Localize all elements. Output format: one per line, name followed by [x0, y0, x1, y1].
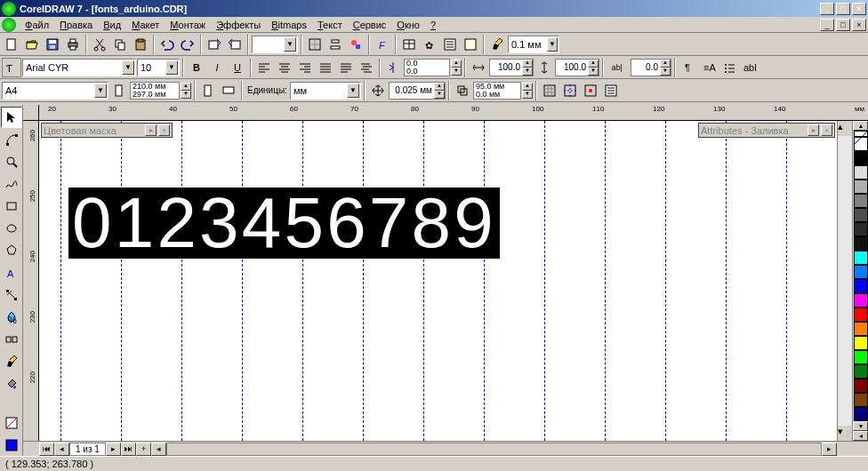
undo-button[interactable] — [157, 35, 177, 54]
nonprint-button[interactable]: ¶ — [679, 58, 698, 77]
swatch[interactable] — [854, 364, 868, 379]
redo-button[interactable] — [178, 35, 197, 54]
snap-grid-button[interactable] — [581, 81, 600, 100]
swatch[interactable] — [854, 180, 868, 194]
portrait-button[interactable] — [198, 81, 218, 100]
menu-?[interactable]: ? — [425, 18, 441, 32]
color-mask-docker[interactable]: Цветовая маска ▸ × — [41, 123, 173, 138]
outline-pen-icon[interactable] — [487, 35, 507, 54]
vscrollbar[interactable]: ▴ ▾ — [837, 121, 852, 441]
no-fill-indicator[interactable] — [1, 412, 22, 434]
paper-combo[interactable]: ▼ — [2, 82, 108, 100]
underline-button[interactable]: U — [228, 58, 247, 77]
vscale-field[interactable]: ▲▼ — [555, 59, 599, 76]
hscrollbar[interactable] — [166, 443, 822, 456]
page-next-button[interactable]: ▸ — [106, 443, 121, 456]
palette-expand-button[interactable]: ◂ — [853, 431, 868, 441]
save-button[interactable] — [43, 35, 62, 54]
dropcap-button[interactable]: ≡A — [699, 58, 719, 77]
bullets-button[interactable] — [719, 58, 739, 77]
swatch[interactable] — [854, 307, 868, 322]
minimize-button[interactable]: _ — [820, 3, 834, 15]
swatch[interactable] — [854, 265, 868, 279]
scroll-up-button[interactable]: ▴ — [838, 121, 852, 136]
shape-tool[interactable] — [1, 129, 22, 150]
docker-menu-icon[interactable]: ▸ — [808, 124, 819, 136]
edit-text-button[interactable]: abl — [740, 58, 760, 77]
docker-menu-icon[interactable]: ▸ — [145, 124, 157, 136]
page-last-button[interactable]: ⏭ — [121, 443, 136, 456]
fill-tool[interactable] — [1, 373, 22, 395]
menu-сервис[interactable]: Сервис — [348, 18, 392, 32]
palette-up-button[interactable]: ▴ — [853, 121, 868, 131]
menu-вид[interactable]: Вид — [98, 18, 126, 32]
text-format-button[interactable]: F — [373, 35, 392, 54]
swatch[interactable] — [854, 251, 868, 265]
polygon-tool[interactable] — [1, 240, 22, 261]
transparency-tool[interactable]: % — [1, 307, 22, 328]
menu-правка[interactable]: Правка — [54, 18, 98, 32]
swatch[interactable] — [854, 322, 868, 336]
bold-button[interactable]: B — [187, 58, 206, 77]
zoom-combo[interactable]: ▼ — [252, 36, 298, 53]
options2-button[interactable] — [601, 81, 621, 100]
ruler-origin[interactable] — [23, 105, 39, 121]
align-left-button[interactable] — [254, 58, 274, 77]
mdi-maximize-button[interactable]: □ — [836, 19, 850, 31]
align-right-button[interactable] — [295, 58, 315, 77]
ruler-horizontal[interactable]: 2030405060708090100110120130140мм — [39, 105, 868, 121]
symbol-button[interactable]: ✿ — [420, 35, 439, 54]
align-center-button[interactable] — [275, 58, 294, 77]
mdi-minimize-button[interactable]: _ — [820, 19, 834, 31]
swatch[interactable] — [854, 151, 868, 165]
swatch[interactable] — [854, 279, 868, 293]
ruler-vertical[interactable]: 260250240230220 — [23, 121, 39, 441]
no-color-swatch[interactable] — [854, 131, 868, 137]
outline-tool[interactable] — [1, 351, 22, 372]
grid-setup-button[interactable] — [540, 81, 559, 100]
menu-bitmaps[interactable]: Bitmaps — [266, 18, 312, 32]
zoom-tool[interactable] — [1, 151, 22, 172]
copy-button[interactable] — [110, 35, 130, 54]
font-name-combo[interactable]: ▼ — [22, 59, 136, 76]
swatch[interactable] — [854, 350, 868, 364]
options-button[interactable] — [440, 35, 460, 54]
swatch[interactable] — [854, 208, 868, 222]
table-button[interactable] — [399, 35, 419, 54]
scroll-down-button[interactable]: ▾ — [838, 426, 852, 441]
script-button[interactable] — [461, 35, 480, 54]
align-button[interactable] — [326, 35, 345, 54]
menu-макет[interactable]: Макет — [126, 18, 165, 32]
guides-setup-button[interactable] — [560, 81, 580, 100]
menu-текст[interactable]: Текст — [312, 18, 348, 32]
close-button[interactable]: × — [852, 3, 866, 15]
interactive-fill-tool[interactable] — [1, 284, 22, 306]
fill-indicator[interactable] — [1, 435, 22, 456]
freehand-tool[interactable] — [1, 173, 22, 195]
text-tool[interactable]: A — [1, 262, 22, 283]
swatch[interactable] — [854, 165, 868, 180]
landscape-button[interactable] — [219, 81, 238, 100]
italic-button[interactable]: I — [207, 58, 227, 77]
page-first-button[interactable]: ⏮ — [39, 443, 54, 456]
text-object[interactable]: 0123456789 — [68, 188, 500, 259]
hscroll-left-button[interactable]: ◂ — [151, 443, 166, 456]
rectangle-tool[interactable] — [1, 196, 22, 217]
page-size-field[interactable] — [130, 82, 180, 100]
new-button[interactable] — [2, 35, 21, 54]
nudge-field[interactable]: ▲▼ — [389, 82, 446, 100]
units-combo[interactable]: ▼ — [290, 82, 361, 100]
swatch[interactable] — [854, 393, 868, 407]
swatch[interactable] — [854, 194, 868, 208]
open-button[interactable] — [22, 35, 42, 54]
docker-close-icon[interactable]: × — [158, 124, 170, 136]
print-button[interactable] — [63, 35, 83, 54]
import-button[interactable] — [205, 35, 224, 54]
menu-файл[interactable]: Файл — [20, 18, 54, 32]
maximize-button[interactable]: □ — [836, 3, 850, 15]
pick-tool[interactable] — [1, 107, 22, 128]
docker-close-icon[interactable]: × — [821, 124, 832, 136]
swatch[interactable] — [854, 236, 868, 251]
cut-button[interactable] — [90, 35, 109, 54]
align-force-button[interactable] — [336, 58, 356, 77]
